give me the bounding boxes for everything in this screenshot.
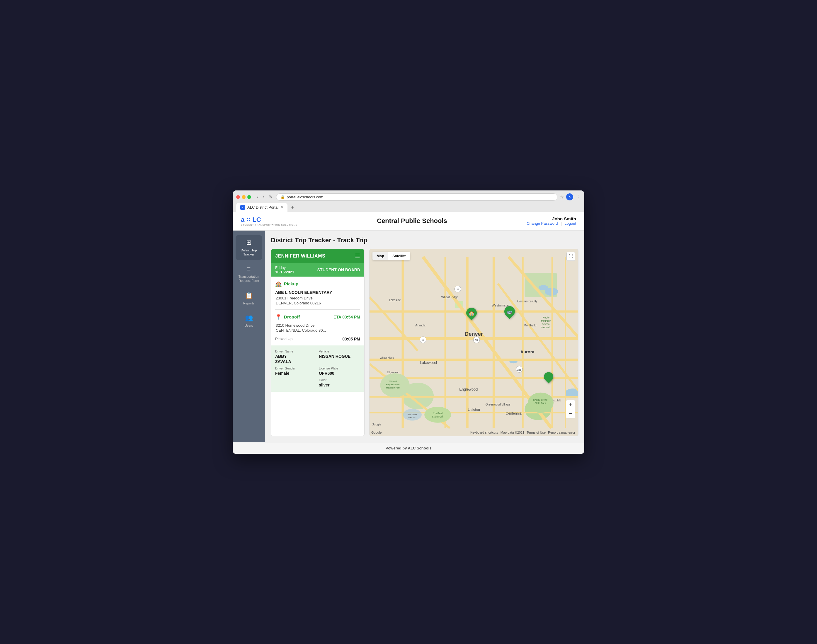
trip-panel: JENNIFER WILLIAMS ☰ Friday 10/15/2021 ST…: [271, 249, 365, 436]
active-tab[interactable]: a ALC District Portal ✕: [236, 203, 287, 212]
sidebar-item-users[interactable]: 👥 Users: [236, 311, 262, 331]
browser-dots: [236, 195, 251, 199]
driver-section: Driver Name ABBYZAVALA Vehicle NISSAN RO…: [271, 345, 364, 392]
svg-rect-16: [445, 257, 446, 428]
svg-text:Mountain Park: Mountain Park: [386, 386, 400, 389]
driver-gender-field: Driver Gender Female: [275, 366, 316, 376]
pickup-address1: 23001 Freedom Drive: [275, 296, 360, 300]
zoom-in-button[interactable]: +: [566, 400, 575, 409]
driver-gender-label: Driver Gender: [275, 366, 316, 370]
driver-name-label: Driver Name: [275, 350, 316, 353]
svg-text:State Park: State Park: [432, 415, 444, 418]
svg-rect-17: [466, 257, 469, 428]
address-bar[interactable]: 🔒 portal.alcschools.com: [276, 193, 557, 201]
terms-link[interactable]: Terms of Use: [527, 431, 546, 434]
pickup-school-name: ABE LINCOLN ELEMENTARY: [275, 290, 360, 295]
vehicle-field: Vehicle NISSAN ROGUE: [319, 350, 360, 364]
logout-link[interactable]: Logout: [564, 221, 576, 225]
page-title: District Trip Tracker - Track Trip: [271, 236, 578, 244]
color-label: Color: [319, 378, 360, 382]
refresh-button[interactable]: ↻: [268, 194, 274, 200]
eta-text: ETA 03:54 PM: [334, 315, 360, 319]
svg-rect-18: [493, 257, 495, 428]
map-attribution-right: Keyboard shortcuts Map data ©2021 Terms …: [471, 431, 575, 434]
trip-container: JENNIFER WILLIAMS ☰ Friday 10/15/2021 ST…: [271, 249, 578, 436]
dropoff-header: 📍 Dropoff ETA 03:54 PM: [275, 314, 360, 320]
svg-text:William F: William F: [389, 380, 398, 383]
sidebar-item-reports[interactable]: 📋 Reports: [236, 288, 262, 309]
reports-icon: 📋: [245, 292, 253, 299]
map-tab-satellite[interactable]: Satellite: [388, 252, 410, 260]
new-tab-button[interactable]: +: [289, 203, 297, 212]
logo-alc-graphic: a LC: [241, 216, 297, 224]
logo-a: a: [241, 216, 244, 224]
student-header: JENNIFER WILLIAMS ☰: [271, 249, 364, 263]
pickup-title: Pickup: [284, 281, 298, 286]
sidebar-item-district-trip-tracker[interactable]: ⊞ District TripTracker: [236, 235, 262, 260]
picked-up-time: 03:05 PM: [342, 337, 360, 341]
svg-text:Montbello: Montbello: [524, 324, 536, 327]
svg-text:6: 6: [422, 339, 424, 342]
map-fullscreen-button[interactable]: ⛶: [566, 252, 575, 261]
status-date: Friday 10/15/2021: [275, 265, 294, 274]
map-tab-map[interactable]: Map: [372, 252, 388, 260]
dropoff-address1: 3210 Homewood Drive: [275, 323, 360, 328]
svg-text:Denver: Denver: [465, 331, 483, 337]
change-password-link[interactable]: Change Password: [527, 221, 558, 225]
zoom-out-button[interactable]: −: [566, 409, 575, 418]
vehicle-label: Vehicle: [319, 350, 360, 353]
sidebar-item-transportation-request[interactable]: ≡ TransportationRequest Form: [236, 262, 262, 287]
sidebar: ⊞ District TripTracker ≡ TransportationR…: [233, 231, 265, 442]
pickup-dots-divider: [295, 339, 340, 339]
plate-value: OFR600: [319, 371, 360, 376]
pickup-icon: 🏫: [275, 281, 282, 287]
svg-text:Centennial: Centennial: [506, 411, 523, 416]
dropoff-left: 📍 Dropoff: [275, 314, 300, 320]
back-button[interactable]: ‹: [256, 194, 260, 200]
driver-name-value: ABBYZAVALA: [275, 354, 316, 364]
map-zoom-controls: + −: [566, 400, 575, 419]
bookmark-button[interactable]: ☆: [560, 194, 564, 200]
browser-menu-button[interactable]: ⋮: [576, 194, 581, 200]
main-content: District Trip Tracker - Track Trip JENNI…: [265, 231, 584, 442]
svg-text:Chatfield: Chatfield: [433, 412, 443, 415]
map-data-link[interactable]: Map data ©2021: [501, 431, 524, 434]
status-bar: Friday 10/15/2021 STUDENT ON BOARD: [271, 263, 364, 277]
dropoff-title: Dropoff: [284, 314, 300, 319]
svg-text:Foxfield: Foxfield: [553, 399, 561, 402]
maximize-dot[interactable]: [247, 195, 251, 199]
dropoff-pin: [544, 372, 553, 385]
forward-button[interactable]: ›: [262, 194, 266, 200]
url-text: portal.alcschools.com: [287, 195, 323, 199]
user-info: John Smith Change Password | Logout: [527, 216, 576, 225]
user-name: John Smith: [527, 216, 576, 221]
report-map-error-link[interactable]: Report a map error: [548, 431, 575, 434]
vehicle-value: NISSAN ROGUE: [319, 354, 360, 359]
plate-field: License Plate OFR600: [319, 366, 360, 376]
svg-text:State Park: State Park: [535, 402, 546, 404]
svg-text:Wheat Ridge: Wheat Ridge: [441, 296, 458, 299]
svg-text:National...: National...: [541, 326, 552, 328]
svg-text:285: 285: [517, 368, 521, 371]
home-icon: ⊞: [246, 239, 251, 247]
tab-favicon: a: [240, 205, 245, 210]
trip-details: 🏫 Pickup ABE LINCOLN ELEMENTARY 23001 Fr…: [271, 277, 364, 345]
svg-text:Arsenal: Arsenal: [542, 323, 550, 325]
svg-text:Google: Google: [372, 423, 381, 426]
svg-text:Lake Park: Lake Park: [408, 416, 417, 419]
svg-text:Englewood: Englewood: [459, 387, 478, 391]
browser-tab-bar: a ALC District Portal ✕ +: [236, 203, 581, 212]
tab-close-button[interactable]: ✕: [281, 205, 284, 209]
keyboard-shortcuts-link[interactable]: Keyboard shortcuts: [471, 431, 498, 434]
close-dot[interactable]: [236, 195, 240, 199]
google-label: Google: [371, 431, 382, 434]
lock-icon: 🔒: [281, 195, 285, 199]
pickup-address2: DENVER, Colorado 80216: [275, 301, 360, 305]
svg-text:Bear Creek: Bear Creek: [408, 413, 417, 416]
svg-text:Cherry Creek: Cherry Creek: [533, 399, 548, 401]
panel-menu-icon[interactable]: ☰: [355, 253, 360, 259]
tab-title: ALC District Portal: [247, 205, 278, 210]
picked-up-label: Picked Up: [275, 337, 293, 341]
minimize-dot[interactable]: [242, 195, 245, 199]
pickup-time-row: Picked Up 03:05 PM: [275, 337, 360, 341]
